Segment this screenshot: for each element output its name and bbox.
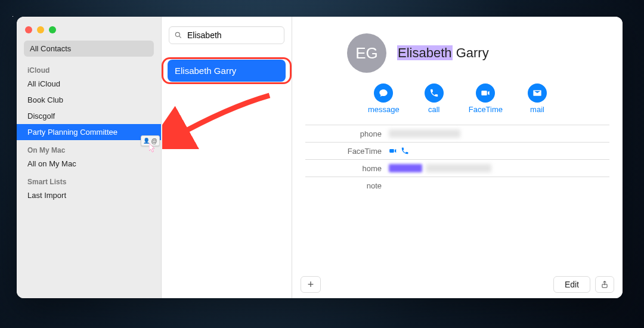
add-field-button[interactable]: + xyxy=(301,276,321,293)
home-label: home xyxy=(305,164,389,173)
svg-line-1 xyxy=(179,36,181,38)
phone-small-icon[interactable] xyxy=(401,147,409,155)
note-label: note xyxy=(305,181,389,190)
facetime-label: FaceTime xyxy=(469,105,503,114)
call-action[interactable]: call xyxy=(425,83,444,114)
contact-first-name: Elisabeth xyxy=(397,45,453,60)
field-home: home xyxy=(305,160,609,177)
contact-list-item[interactable]: Elisabeth Garry xyxy=(168,60,286,82)
edit-button[interactable]: Edit xyxy=(553,276,590,293)
contact-header: EG Elisabeth Garry xyxy=(292,17,623,80)
contacts-window: All Contacts iCloud All iCloud Book Club… xyxy=(17,17,623,298)
search-icon xyxy=(174,31,182,39)
message-label: message xyxy=(368,105,400,114)
drag-contact-badge: 👤 @ xyxy=(141,135,160,146)
message-icon xyxy=(379,88,388,98)
search-result-highlight-wrap: Elisabeth Garry xyxy=(164,60,289,82)
person-card-icon: 👤 xyxy=(143,138,150,144)
share-icon xyxy=(600,280,609,289)
mail-action[interactable]: mail xyxy=(528,83,547,114)
sidebar: All Contacts iCloud All iCloud Book Club… xyxy=(17,17,161,298)
sidebar-item-all-on-my-mac[interactable]: All on My Mac xyxy=(17,156,161,172)
field-note: note xyxy=(305,177,609,194)
sidebar-section-icloud: iCloud xyxy=(17,60,161,76)
minimize-window-button[interactable] xyxy=(37,26,44,33)
video-small-icon[interactable] xyxy=(389,147,397,155)
svg-point-0 xyxy=(175,32,179,36)
share-button[interactable] xyxy=(595,276,614,293)
facetime-value[interactable] xyxy=(389,147,409,155)
sidebar-section-onmymac: On My Mac xyxy=(17,140,161,156)
search-field[interactable]: ✕ xyxy=(169,26,284,44)
sidebar-item-discgolf[interactable]: Discgolf xyxy=(17,108,161,124)
contact-actions: message call FaceTime mail xyxy=(292,83,623,114)
detail-footer: + Edit xyxy=(292,271,623,298)
close-window-button[interactable] xyxy=(25,26,32,33)
facetime-action[interactable]: FaceTime xyxy=(469,83,503,114)
sidebar-section-smartlists: Smart Lists xyxy=(17,172,161,187)
field-phone: phone xyxy=(305,125,609,143)
home-value[interactable] xyxy=(389,164,491,172)
mail-icon xyxy=(532,88,542,98)
call-label: call xyxy=(428,105,440,114)
contact-last-name: Garry xyxy=(456,45,489,60)
contact-name: Elisabeth Garry xyxy=(397,45,489,61)
sidebar-item-book-club[interactable]: Book Club xyxy=(17,92,161,108)
avatar[interactable]: EG xyxy=(347,33,386,73)
sidebar-all-contacts[interactable]: All Contacts xyxy=(24,41,154,57)
sidebar-item-party-planning[interactable]: Party Planning Committee xyxy=(17,124,161,140)
sidebar-item-last-import[interactable]: Last Import xyxy=(17,187,161,203)
phone-label: phone xyxy=(305,129,389,138)
contact-fields: phone FaceTime home note xyxy=(305,125,609,194)
video-icon xyxy=(481,88,490,98)
window-controls xyxy=(17,21,161,41)
message-action[interactable]: message xyxy=(368,83,400,114)
phone-icon xyxy=(429,88,439,98)
contact-detail-panel: EG Elisabeth Garry message call FaceTime… xyxy=(292,17,623,298)
at-sign-icon: @ xyxy=(151,138,157,144)
phone-value[interactable] xyxy=(389,129,460,138)
mail-label: mail xyxy=(530,105,544,114)
facetime-field-label: FaceTime xyxy=(305,147,389,156)
search-input[interactable] xyxy=(186,30,293,41)
sidebar-item-all-icloud[interactable]: All iCloud xyxy=(17,76,161,92)
zoom-window-button[interactable] xyxy=(49,26,56,33)
field-facetime: FaceTime xyxy=(305,143,609,160)
contact-list-panel: ✕ Elisabeth Garry xyxy=(161,17,292,298)
